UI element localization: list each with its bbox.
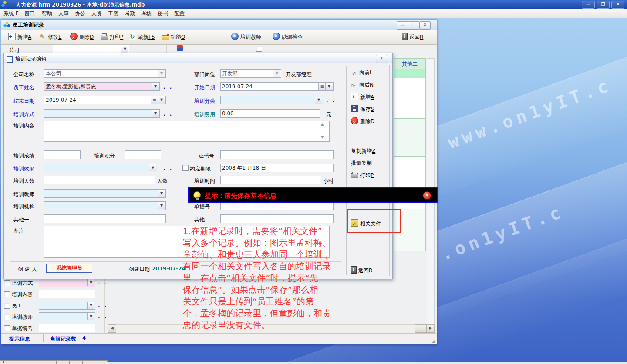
delete-button[interactable]: 删除D — [351, 117, 391, 126]
toolbar-print-button[interactable]: 打印P — [101, 33, 123, 41]
toolbar-edit-button[interactable]: 修改E — [40, 33, 62, 41]
close-button[interactable]: ✕ — [611, 1, 624, 9]
docno-input[interactable] — [220, 201, 334, 210]
effect-combo[interactable]: ▼ — [44, 164, 157, 172]
menu-config[interactable]: 配置 — [174, 10, 185, 17]
filter-employee-combo[interactable]: ▼ — [39, 301, 95, 310]
scroll-down-icon[interactable]: ▼ — [321, 135, 324, 139]
filter-teacher-checkbox[interactable] — [4, 314, 10, 320]
filter-teacher-more-button[interactable]: . . — [98, 314, 108, 320]
toolbar-return-button[interactable]: 返回R — [402, 33, 423, 41]
start-date-picker[interactable]: 2019-07-24▦▼ — [220, 82, 334, 91]
company-label: 公司名称 — [13, 71, 34, 78]
method-combo[interactable]: ▼ — [44, 109, 160, 118]
grid-header-other2[interactable]: 其他二 — [394, 58, 426, 70]
term-date-input[interactable]: 2008 年1 月18 日 — [220, 164, 334, 172]
calendar-icon[interactable]: ▦ — [151, 97, 158, 104]
docno-label: 单据号 — [194, 203, 210, 210]
hscroll-right-arrow[interactable]: ▶ — [426, 324, 435, 333]
calendar-icon[interactable]: ▦ — [318, 83, 326, 90]
dept-info-checkbox[interactable] — [256, 46, 262, 52]
resize-grip[interactable]: ◢ — [432, 339, 435, 343]
toolbar-gap-check-button[interactable]: 缺漏检查 — [273, 33, 303, 41]
end-date-picker[interactable]: 2019-07-24▦▼ — [44, 96, 166, 104]
filter-teacher-combo[interactable]: ▼ — [39, 312, 95, 321]
alert-close-button[interactable]: ✕ — [423, 191, 431, 200]
hscroll-thumb[interactable] — [415, 324, 427, 333]
hscroll-left-arrow[interactable]: ◀ — [108, 324, 116, 333]
child-minimize-button[interactable]: — — [397, 21, 408, 30]
menu-system[interactable]: 系统 F — [3, 10, 19, 17]
grid-cell[interactable] — [394, 119, 426, 157]
hours-input[interactable] — [220, 176, 321, 184]
chevron-down-icon: ▼ — [158, 202, 165, 209]
fee-input[interactable]: 0.00 — [220, 109, 320, 118]
filter-method-combo[interactable]: ▼ — [39, 278, 95, 287]
hours-label: 培训时间 — [194, 177, 215, 185]
toolbar-refresh-button[interactable]: 刷新F5 — [130, 33, 155, 41]
other1-input[interactable] — [44, 214, 166, 223]
dialog-close-button[interactable]: ✕ — [376, 55, 387, 63]
toolbar-add-button[interactable]: 新增A — [8, 33, 31, 41]
menu-attend[interactable]: 考勤 — [125, 10, 135, 17]
filter-docno-checkbox[interactable] — [4, 325, 10, 331]
toolbar-function-button[interactable]: 功能O — [162, 33, 185, 41]
globe-icon — [231, 33, 239, 40]
menu-secretary[interactable]: 秘书 — [158, 10, 168, 17]
grid-cell[interactable] — [394, 78, 426, 119]
content-textarea[interactable] — [44, 121, 330, 142]
points-input[interactable] — [125, 150, 161, 159]
score-input[interactable] — [44, 150, 81, 159]
filter-content-checkbox[interactable] — [4, 291, 10, 297]
hours-unit: 小时 — [323, 177, 334, 185]
chevron-down-icon: ▼ — [315, 97, 322, 104]
term-checkbox[interactable] — [182, 165, 189, 171]
grid-cell-selected[interactable] — [394, 69, 426, 78]
restore-button[interactable]: ❐ — [597, 1, 610, 9]
company-filter-combo[interactable]: ▼ — [53, 45, 129, 53]
filter-employee-checkbox[interactable] — [4, 303, 10, 309]
days-input[interactable] — [44, 176, 155, 184]
print-button[interactable]: 打印P — [351, 170, 391, 180]
child-close-button[interactable]: ✕ — [419, 21, 431, 30]
category-combo[interactable]: ▼ — [220, 96, 323, 104]
category-label: 培训分类 — [194, 97, 215, 105]
menu-assess[interactable]: 考核 — [141, 10, 152, 17]
cert-input[interactable] — [220, 150, 334, 159]
filter-docno-input[interactable] — [39, 324, 95, 332]
effect-more-button[interactable]: . . — [163, 165, 173, 171]
prev-button[interactable]: ☜向前L — [351, 68, 391, 77]
menu-salary[interactable]: 工资 — [108, 10, 118, 17]
employee-more-button[interactable]: . . — [163, 84, 173, 90]
category-more-button[interactable]: . . — [326, 97, 336, 104]
toolbar-teachers-button[interactable]: 培训教师 — [231, 33, 261, 41]
chevron-down-icon: ▼ — [87, 302, 94, 309]
menu-office[interactable]: 办公 — [75, 10, 85, 17]
menu-hr[interactable]: 人事 — [58, 10, 69, 17]
teacher-combo[interactable]: ▼ — [44, 189, 166, 198]
employee-combo[interactable]: 孟冬梅,童彭仙,和贵忠▼ — [44, 82, 160, 91]
menu-window[interactable]: 窗口 — [24, 10, 35, 17]
child-restore-button[interactable]: ❐ — [408, 21, 419, 30]
org-combo[interactable]: ▼ — [44, 201, 166, 210]
filter-content-input[interactable] — [39, 290, 95, 298]
child-window-icon — [4, 22, 10, 28]
other2-input[interactable] — [220, 214, 334, 223]
batch-copy-button[interactable]: 批量复制 — [351, 158, 391, 168]
effect-label: 培训效果 — [13, 165, 34, 173]
menu-hcap[interactable]: 人资 — [91, 10, 102, 17]
filter-method-checkbox[interactable] — [4, 280, 10, 286]
filter-employee-more-button[interactable]: . . — [98, 302, 108, 308]
next-button[interactable]: ☞向后N — [351, 80, 391, 90]
filter-method-more-button[interactable]: . . — [98, 280, 108, 286]
add-button[interactable]: 新增A — [351, 92, 391, 102]
filter-teacher-label: 培训教师 — [12, 314, 33, 321]
toolbar-delete-button[interactable]: 删除D — [70, 33, 94, 41]
copy-add-button[interactable]: 复制新增Z — [351, 146, 391, 156]
minimize-button[interactable]: — — [582, 1, 595, 9]
menu-help[interactable]: 帮助 — [42, 10, 52, 17]
save-button[interactable]: 保存S — [351, 104, 391, 114]
delete-icon — [351, 117, 358, 124]
scroll-up-icon[interactable]: ▲ — [321, 122, 324, 126]
method-more-button[interactable]: . . — [163, 111, 173, 117]
